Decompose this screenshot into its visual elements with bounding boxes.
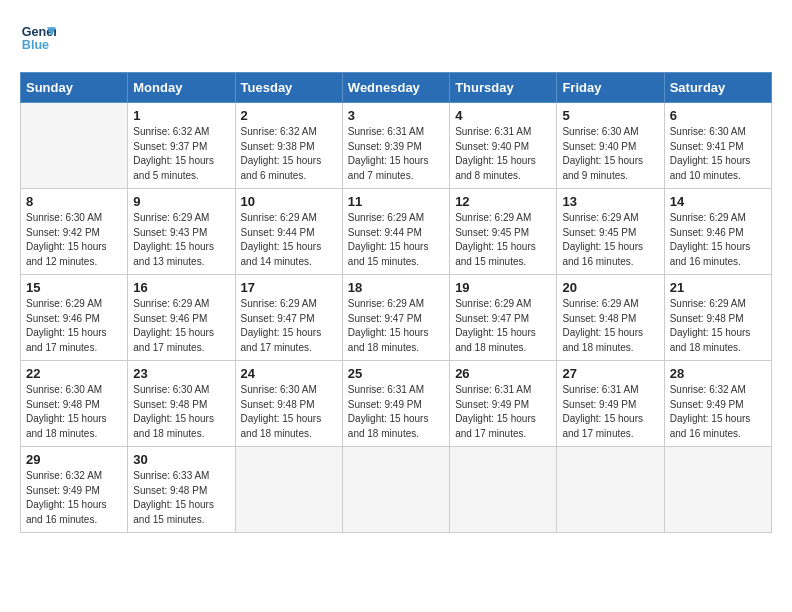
day-info: Sunrise: 6:32 AM Sunset: 9:49 PM Dayligh… <box>26 469 122 527</box>
calendar-cell: 10 Sunrise: 6:29 AM Sunset: 9:44 PM Dayl… <box>235 189 342 275</box>
calendar-cell: 17 Sunrise: 6:29 AM Sunset: 9:47 PM Dayl… <box>235 275 342 361</box>
calendar-cell: 13 Sunrise: 6:29 AM Sunset: 9:45 PM Dayl… <box>557 189 664 275</box>
day-info: Sunrise: 6:29 AM Sunset: 9:45 PM Dayligh… <box>562 211 658 269</box>
day-number: 2 <box>241 108 337 123</box>
calendar-table: SundayMondayTuesdayWednesdayThursdayFrid… <box>20 72 772 533</box>
weekday-header-tuesday: Tuesday <box>235 73 342 103</box>
day-number: 9 <box>133 194 229 209</box>
day-number: 11 <box>348 194 444 209</box>
day-number: 17 <box>241 280 337 295</box>
day-info: Sunrise: 6:29 AM Sunset: 9:47 PM Dayligh… <box>455 297 551 355</box>
day-number: 29 <box>26 452 122 467</box>
day-info: Sunrise: 6:29 AM Sunset: 9:43 PM Dayligh… <box>133 211 229 269</box>
calendar-cell: 11 Sunrise: 6:29 AM Sunset: 9:44 PM Dayl… <box>342 189 449 275</box>
calendar-cell <box>450 447 557 533</box>
day-info: Sunrise: 6:32 AM Sunset: 9:38 PM Dayligh… <box>241 125 337 183</box>
calendar-cell: 28 Sunrise: 6:32 AM Sunset: 9:49 PM Dayl… <box>664 361 771 447</box>
day-info: Sunrise: 6:33 AM Sunset: 9:48 PM Dayligh… <box>133 469 229 527</box>
calendar-cell: 8 Sunrise: 6:30 AM Sunset: 9:42 PM Dayli… <box>21 189 128 275</box>
day-number: 10 <box>241 194 337 209</box>
weekday-header-sunday: Sunday <box>21 73 128 103</box>
day-number: 4 <box>455 108 551 123</box>
day-info: Sunrise: 6:31 AM Sunset: 9:49 PM Dayligh… <box>455 383 551 441</box>
calendar-cell: 6 Sunrise: 6:30 AM Sunset: 9:41 PM Dayli… <box>664 103 771 189</box>
weekday-header-friday: Friday <box>557 73 664 103</box>
weekday-header-thursday: Thursday <box>450 73 557 103</box>
day-number: 8 <box>26 194 122 209</box>
calendar-cell <box>342 447 449 533</box>
calendar-cell: 16 Sunrise: 6:29 AM Sunset: 9:46 PM Dayl… <box>128 275 235 361</box>
day-number: 25 <box>348 366 444 381</box>
day-info: Sunrise: 6:29 AM Sunset: 9:45 PM Dayligh… <box>455 211 551 269</box>
day-number: 15 <box>26 280 122 295</box>
calendar-cell: 3 Sunrise: 6:31 AM Sunset: 9:39 PM Dayli… <box>342 103 449 189</box>
day-info: Sunrise: 6:30 AM Sunset: 9:41 PM Dayligh… <box>670 125 766 183</box>
logo-icon: General Blue <box>20 20 56 56</box>
day-info: Sunrise: 6:32 AM Sunset: 9:49 PM Dayligh… <box>670 383 766 441</box>
day-number: 21 <box>670 280 766 295</box>
calendar-cell: 26 Sunrise: 6:31 AM Sunset: 9:49 PM Dayl… <box>450 361 557 447</box>
day-info: Sunrise: 6:30 AM Sunset: 9:48 PM Dayligh… <box>26 383 122 441</box>
day-number: 26 <box>455 366 551 381</box>
calendar-cell: 9 Sunrise: 6:29 AM Sunset: 9:43 PM Dayli… <box>128 189 235 275</box>
day-info: Sunrise: 6:31 AM Sunset: 9:49 PM Dayligh… <box>562 383 658 441</box>
calendar-cell: 24 Sunrise: 6:30 AM Sunset: 9:48 PM Dayl… <box>235 361 342 447</box>
day-info: Sunrise: 6:31 AM Sunset: 9:49 PM Dayligh… <box>348 383 444 441</box>
day-info: Sunrise: 6:29 AM Sunset: 9:46 PM Dayligh… <box>670 211 766 269</box>
day-info: Sunrise: 6:30 AM Sunset: 9:42 PM Dayligh… <box>26 211 122 269</box>
svg-text:Blue: Blue <box>22 38 49 52</box>
day-info: Sunrise: 6:30 AM Sunset: 9:48 PM Dayligh… <box>133 383 229 441</box>
calendar-cell: 20 Sunrise: 6:29 AM Sunset: 9:48 PM Dayl… <box>557 275 664 361</box>
weekday-header-saturday: Saturday <box>664 73 771 103</box>
calendar-cell: 22 Sunrise: 6:30 AM Sunset: 9:48 PM Dayl… <box>21 361 128 447</box>
day-number: 12 <box>455 194 551 209</box>
day-number: 3 <box>348 108 444 123</box>
day-info: Sunrise: 6:29 AM Sunset: 9:44 PM Dayligh… <box>241 211 337 269</box>
day-info: Sunrise: 6:29 AM Sunset: 9:44 PM Dayligh… <box>348 211 444 269</box>
day-number: 16 <box>133 280 229 295</box>
day-number: 30 <box>133 452 229 467</box>
day-number: 27 <box>562 366 658 381</box>
calendar-cell: 18 Sunrise: 6:29 AM Sunset: 9:47 PM Dayl… <box>342 275 449 361</box>
calendar-cell: 23 Sunrise: 6:30 AM Sunset: 9:48 PM Dayl… <box>128 361 235 447</box>
calendar-cell <box>664 447 771 533</box>
calendar-cell: 12 Sunrise: 6:29 AM Sunset: 9:45 PM Dayl… <box>450 189 557 275</box>
calendar-cell: 25 Sunrise: 6:31 AM Sunset: 9:49 PM Dayl… <box>342 361 449 447</box>
calendar-cell <box>21 103 128 189</box>
calendar-cell: 21 Sunrise: 6:29 AM Sunset: 9:48 PM Dayl… <box>664 275 771 361</box>
calendar-cell: 27 Sunrise: 6:31 AM Sunset: 9:49 PM Dayl… <box>557 361 664 447</box>
day-info: Sunrise: 6:29 AM Sunset: 9:46 PM Dayligh… <box>133 297 229 355</box>
day-number: 5 <box>562 108 658 123</box>
calendar-cell: 15 Sunrise: 6:29 AM Sunset: 9:46 PM Dayl… <box>21 275 128 361</box>
calendar-cell: 14 Sunrise: 6:29 AM Sunset: 9:46 PM Dayl… <box>664 189 771 275</box>
day-number: 22 <box>26 366 122 381</box>
day-info: Sunrise: 6:29 AM Sunset: 9:48 PM Dayligh… <box>562 297 658 355</box>
day-number: 19 <box>455 280 551 295</box>
day-info: Sunrise: 6:29 AM Sunset: 9:47 PM Dayligh… <box>241 297 337 355</box>
day-number: 13 <box>562 194 658 209</box>
day-number: 28 <box>670 366 766 381</box>
day-info: Sunrise: 6:29 AM Sunset: 9:46 PM Dayligh… <box>26 297 122 355</box>
day-info: Sunrise: 6:30 AM Sunset: 9:40 PM Dayligh… <box>562 125 658 183</box>
calendar-cell: 29 Sunrise: 6:32 AM Sunset: 9:49 PM Dayl… <box>21 447 128 533</box>
calendar-cell <box>557 447 664 533</box>
day-number: 14 <box>670 194 766 209</box>
day-info: Sunrise: 6:32 AM Sunset: 9:37 PM Dayligh… <box>133 125 229 183</box>
day-number: 20 <box>562 280 658 295</box>
day-info: Sunrise: 6:31 AM Sunset: 9:39 PM Dayligh… <box>348 125 444 183</box>
day-number: 23 <box>133 366 229 381</box>
calendar-cell: 30 Sunrise: 6:33 AM Sunset: 9:48 PM Dayl… <box>128 447 235 533</box>
calendar-cell <box>235 447 342 533</box>
day-info: Sunrise: 6:29 AM Sunset: 9:48 PM Dayligh… <box>670 297 766 355</box>
day-number: 24 <box>241 366 337 381</box>
logo: General Blue <box>20 20 56 56</box>
calendar-cell: 19 Sunrise: 6:29 AM Sunset: 9:47 PM Dayl… <box>450 275 557 361</box>
day-number: 18 <box>348 280 444 295</box>
day-info: Sunrise: 6:30 AM Sunset: 9:48 PM Dayligh… <box>241 383 337 441</box>
day-info: Sunrise: 6:29 AM Sunset: 9:47 PM Dayligh… <box>348 297 444 355</box>
weekday-header-monday: Monday <box>128 73 235 103</box>
day-number: 1 <box>133 108 229 123</box>
calendar-cell: 4 Sunrise: 6:31 AM Sunset: 9:40 PM Dayli… <box>450 103 557 189</box>
weekday-header-wednesday: Wednesday <box>342 73 449 103</box>
calendar-cell: 2 Sunrise: 6:32 AM Sunset: 9:38 PM Dayli… <box>235 103 342 189</box>
